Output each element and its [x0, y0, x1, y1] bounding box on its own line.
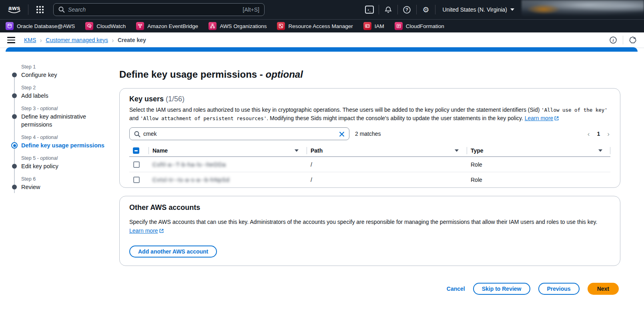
step-title[interactable]: Review: [21, 183, 114, 191]
row-checkbox[interactable]: [133, 161, 140, 168]
table-row[interactable]: Cvtsl-tr--ts-a-s-a--b-hNpSd / Role: [129, 172, 610, 187]
column-header-path[interactable]: Path: [307, 145, 467, 156]
iam-icon: [363, 22, 371, 30]
step-number: Step 2: [21, 85, 36, 91]
clear-search-icon[interactable]: [339, 131, 345, 137]
divider: [623, 36, 623, 44]
services-grid-icon[interactable]: [33, 3, 47, 16]
region-selector[interactable]: United States (N. Virginia): [435, 0, 522, 19]
next-button[interactable]: Next: [588, 283, 619, 295]
step-dot: [12, 72, 17, 77]
skip-to-review-button[interactable]: Skip to Review: [473, 283, 530, 295]
column-header-type[interactable]: Type: [467, 145, 610, 156]
settings-button[interactable]: ⚙: [416, 0, 435, 19]
role-name-redacted: Csftl-a--T-b-ha-ls--lteODa: [152, 161, 226, 168]
account-name-redacted[interactable]: [522, 0, 644, 17]
step-title[interactable]: Define key administrative permissions: [21, 113, 105, 129]
step-number: Step 4: [21, 135, 36, 140]
step-title[interactable]: Add labels: [21, 92, 114, 100]
pagination-next-icon[interactable]: ›: [607, 131, 610, 137]
other-accounts-learn-more-link[interactable]: Learn more: [129, 227, 164, 234]
column-header-name[interactable]: Name: [148, 145, 307, 156]
shortcuts-panel-button[interactable]: [629, 36, 637, 44]
resource-access-manager-icon: [277, 22, 285, 30]
favorite-organizations[interactable]: AWS Organizations: [209, 22, 267, 30]
menu-icon[interactable]: [7, 37, 15, 43]
sort-caret-icon[interactable]: [295, 149, 299, 152]
step-optional: - optional: [36, 135, 58, 140]
global-search-input[interactable]: Search [Alt+S]: [53, 3, 265, 16]
favorite-eventbridge[interactable]: Amazon EventBridge: [136, 22, 198, 30]
favorite-iam[interactable]: IAM: [363, 22, 384, 30]
step-title[interactable]: Configure key: [21, 71, 114, 79]
hexagon-icon: [629, 36, 637, 44]
aws-logo-text: aws: [8, 5, 20, 10]
step-dot-active: [11, 142, 18, 149]
cloudshell-terminal-icon: ›_: [365, 6, 374, 14]
main-content: Define key usage permissions - optional …: [119, 64, 620, 295]
help-icon: ?: [403, 6, 411, 14]
sid-code-2: 'Allow attachment of persistent resource…: [140, 115, 267, 121]
role-path: /: [311, 177, 312, 183]
key-users-table: Name Path Type Csftl-a--T-b-ha-ls--lteOD…: [129, 145, 610, 187]
pagination-page-1[interactable]: 1: [597, 131, 600, 137]
step-3-define-key-administrative-permissions[interactable]: Step 3 - optional Define key administrat…: [12, 106, 114, 129]
key-users-search-row: 2 matches ‹ 1 ›: [129, 127, 610, 140]
cloudshell-button[interactable]: ›_: [360, 0, 379, 19]
step-number: Step 5: [21, 155, 36, 161]
add-another-aws-account-button[interactable]: Add another AWS account: [129, 246, 217, 258]
favorite-label: IAM: [375, 23, 384, 29]
eventbridge-icon: [136, 22, 144, 30]
region-label: United States (N. Virginia): [442, 6, 507, 13]
step-5-edit-key-policy[interactable]: Step 5 - optional Edit key policy: [12, 155, 114, 170]
aws-logo[interactable]: aws: [6, 5, 23, 14]
favorite-label: Oracle Database@AWS: [17, 23, 75, 29]
favorite-resource-access-manager[interactable]: Resource Access Manager: [277, 22, 353, 30]
table-row[interactable]: Csftl-a--T-b-ha-ls--lteODa / Role: [129, 157, 610, 172]
info-panel-button[interactable]: i: [609, 36, 617, 44]
key-users-learn-more-link[interactable]: Learn more: [525, 115, 559, 121]
pagination-prev-icon[interactable]: ‹: [588, 131, 590, 137]
favorite-label: Resource Access Manager: [288, 23, 353, 29]
notifications-button[interactable]: [379, 0, 397, 19]
svg-text:?: ?: [405, 7, 408, 12]
breadcrumb-create-key: Create key: [118, 37, 146, 43]
breadcrumb-customer-managed-keys[interactable]: Customer managed keys: [46, 37, 108, 43]
favorite-cloudwatch[interactable]: CloudWatch: [85, 22, 126, 30]
step-1-configure-key[interactable]: Step 1 Configure key: [12, 64, 114, 79]
cloudwatch-icon: [85, 22, 93, 30]
breadcrumb-bar: KMS › Customer managed keys › Create key…: [0, 32, 644, 48]
step-4-define-key-usage-permissions[interactable]: Step 4 - optional Define key usage permi…: [12, 135, 114, 149]
previous-button[interactable]: Previous: [538, 283, 580, 295]
breadcrumb-separator: ›: [112, 36, 114, 44]
breadcrumb-kms[interactable]: KMS: [24, 37, 36, 43]
sort-caret-icon[interactable]: [455, 149, 459, 152]
other-accounts-title: Other AWS accounts: [129, 203, 610, 212]
step-6-review[interactable]: Step 6 Review: [12, 176, 114, 191]
step-number: Step 1: [21, 64, 36, 70]
favorite-cloudformation[interactable]: CloudFormation: [395, 22, 444, 30]
favorite-oracle-database[interactable]: Oracle Database@AWS: [6, 22, 75, 30]
key-users-filter-field[interactable]: [129, 127, 349, 140]
favorites-bar: Oracle Database@AWS CloudWatch Amazon Ev…: [0, 19, 644, 32]
select-all-checkbox[interactable]: [133, 147, 139, 154]
table-header-row: Name Path Type: [129, 145, 610, 157]
step-number: Step 6: [21, 176, 36, 182]
page-title: Define key usage permissions - optional: [119, 69, 620, 80]
step-title[interactable]: Edit key policy: [21, 162, 114, 170]
top-navigation: aws Search [Alt+S] ›_ ? ⚙ United States …: [0, 0, 644, 19]
step-2-add-labels[interactable]: Step 2 Add labels: [12, 85, 114, 100]
role-type: Role: [471, 177, 482, 183]
key-users-search-input[interactable]: [143, 131, 335, 137]
divider: [28, 4, 28, 15]
aws-smile-icon: [8, 10, 21, 14]
step-title[interactable]: Define key usage permissions: [21, 141, 114, 149]
help-button[interactable]: ?: [397, 0, 416, 19]
svg-text:i: i: [612, 38, 614, 42]
sort-caret-icon[interactable]: [598, 149, 602, 152]
row-checkbox[interactable]: [133, 177, 140, 183]
favorite-label: AWS Organizations: [220, 23, 267, 29]
flashbar-top-edge: [6, 47, 638, 52]
cancel-button[interactable]: Cancel: [447, 284, 465, 294]
other-aws-accounts-card: Other AWS accounts Specify the AWS accou…: [119, 196, 620, 266]
